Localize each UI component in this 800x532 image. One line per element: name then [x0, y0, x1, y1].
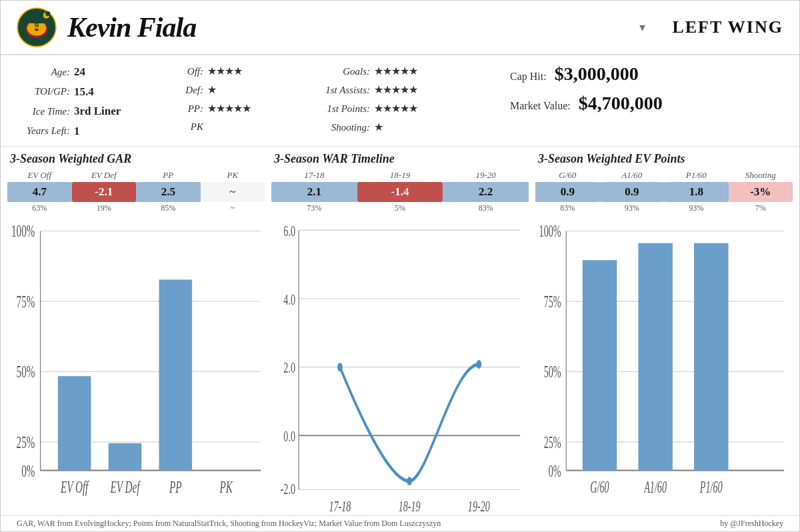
ev-g60-pct: 83% [560, 203, 575, 213]
svg-point-42 [407, 477, 412, 485]
svg-text:P1/60: P1/60 [699, 478, 722, 496]
svg-text:0.0: 0.0 [283, 427, 295, 444]
player-name: Kevin Fiala [67, 11, 639, 43]
pp-label: PP: [150, 101, 203, 117]
team-logo [17, 7, 57, 47]
svg-text:75%: 75% [544, 293, 561, 311]
ev-chart-svg: 100% 75% 50% 25% 0% G/60 A1/60 P1/60 [535, 216, 793, 515]
gar-chart-title: 3-Season Weighted GAR [7, 152, 265, 166]
svg-text:18-19: 18-19 [399, 497, 421, 514]
shooting-row: Shooting: ★ [303, 119, 497, 135]
war-chart-svg: 6.0 4.0 2.0 0.0 -2.0 [271, 216, 529, 515]
ice-time-row: Ice Time: 3rd Liner [17, 103, 150, 120]
ev-p160-pct: 93% [689, 203, 703, 213]
goals-row: Goals: ★★★★★ [303, 63, 497, 79]
svg-rect-24 [109, 443, 142, 471]
gar-pp-col: PP 2.5 85% [136, 170, 201, 213]
svg-point-11 [45, 11, 50, 16]
ev-p160-value: 1.8 [664, 182, 729, 202]
svg-text:G/60: G/60 [590, 478, 609, 496]
score-stats-col: Goals: ★★★★★ 1st Assists: ★★★★★ 1st Poin… [303, 63, 497, 139]
svg-text:100%: 100% [11, 223, 35, 241]
svg-text:19-20: 19-20 [468, 497, 490, 514]
gar-pk-pct: ~ [231, 203, 235, 213]
charts-section: 3-Season Weighted GAR EV Off 4.7 63% EV … [1, 147, 799, 515]
war-line-chart: 6.0 4.0 2.0 0.0 -2.0 [271, 216, 529, 515]
points-label: 1st Points: [303, 101, 370, 117]
ice-time-label: Ice Time: [17, 104, 70, 119]
svg-text:EV Off: EV Off [60, 479, 90, 497]
war-1920-value: 2.2 [443, 182, 529, 202]
svg-text:25%: 25% [17, 433, 35, 451]
war-1718-value: 2.1 [271, 182, 357, 202]
toi-row: TOI/GP: 15.4 [17, 83, 150, 101]
off-row: Off: ★★★★ [150, 63, 303, 79]
years-left-value: 1 [74, 123, 80, 140]
shooting-label: Shooting: [303, 120, 370, 135]
war-1718-col: 17-18 2.1 73% [271, 170, 357, 213]
gar-evdef-value: -2.1 [72, 182, 137, 202]
market-value-label: Market Value: [510, 100, 571, 112]
svg-point-41 [337, 363, 343, 371]
svg-text:0%: 0% [549, 462, 561, 480]
svg-text:PP: PP [169, 479, 181, 497]
ev-p160-header: P1/60 [686, 170, 707, 181]
age-label: Age: [17, 65, 70, 80]
footer-source: GAR, WAR from EvolvingHockey; Points fro… [17, 519, 441, 529]
footer: GAR, WAR from EvolvingHockey; Points fro… [1, 515, 799, 531]
ev-a160-header: A1/60 [621, 170, 642, 181]
toi-label: TOI/GP: [17, 84, 70, 99]
page: Kevin Fiala ▾ LEFT WING Age: 24 TOI/GP: … [0, 0, 800, 532]
svg-text:75%: 75% [17, 293, 35, 311]
pk-label: PK [150, 119, 203, 135]
war-1920-pct: 83% [479, 203, 493, 213]
war-1819-pct: 5% [395, 203, 405, 213]
war-1819-col: 18-19 -1.4 5% [357, 170, 443, 213]
war-1920-col: 19-20 2.2 83% [443, 170, 529, 213]
svg-text:100%: 100% [539, 222, 561, 240]
svg-rect-59 [638, 243, 672, 471]
ev-p160-col: P1/60 1.8 93% [664, 170, 729, 213]
gar-evoff-col: EV Off 4.7 63% [7, 170, 72, 213]
war-chart-title: 3-Season WAR Timeline [271, 152, 529, 166]
svg-point-6 [35, 29, 39, 31]
gar-pk-header: PK [227, 170, 238, 181]
years-left-label: Years Left: [17, 123, 70, 139]
svg-text:PK: PK [219, 479, 233, 497]
svg-text:A1/60: A1/60 [643, 478, 667, 496]
war-1718-pct: 73% [307, 203, 321, 213]
svg-rect-25 [159, 279, 192, 470]
ev-g60-value: 0.9 [535, 182, 600, 202]
war-1920-header: 19-20 [476, 170, 496, 181]
svg-text:50%: 50% [544, 363, 561, 381]
assists-label: 1st Assists: [303, 83, 370, 98]
cap-hit-label: Cap Hit: [510, 71, 547, 83]
gar-chart-panel: 3-Season Weighted GAR EV Off 4.7 63% EV … [7, 152, 265, 515]
pp-row: PP: ★★★★★ [150, 101, 303, 117]
svg-rect-23 [58, 376, 91, 470]
gar-pp-value: 2.5 [136, 182, 201, 202]
war-data-table: 17-18 2.1 73% 18-19 -1.4 5% 19-20 2.2 83… [271, 170, 529, 213]
years-left-row: Years Left: 1 [17, 123, 150, 140]
svg-text:0%: 0% [21, 462, 35, 480]
toi-value: 15.4 [74, 83, 94, 101]
gar-chart-svg: 100% 75% 50% 25% 0% EV Off EV Def PP [7, 216, 265, 515]
ev-data-table: G/60 0.9 83% A1/60 0.9 93% P1/60 1.8 93%… [535, 170, 793, 213]
ice-time-value: 3rd Liner [74, 103, 121, 120]
ev-shooting-value: -3% [729, 182, 793, 202]
pk-row: PK [150, 119, 303, 135]
position-label: LEFT WING [672, 17, 783, 37]
basic-stats-col: Age: 24 TOI/GP: 15.4 Ice Time: 3rd Liner… [17, 63, 150, 139]
svg-text:17-18: 17-18 [329, 497, 351, 514]
svg-rect-60 [694, 243, 728, 471]
ev-g60-header: G/60 [559, 170, 576, 181]
ev-chart-title: 3-Season Weighted EV Points [535, 152, 793, 166]
off-stars: ★★★★ [207, 63, 242, 79]
pp-stars: ★★★★★ [207, 101, 251, 117]
dropdown-arrow[interactable]: ▾ [639, 20, 645, 35]
gar-bar-chart: 100% 75% 50% 25% 0% EV Off EV Def PP [7, 216, 265, 515]
assists-row: 1st Assists: ★★★★★ [303, 82, 497, 98]
goals-stars: ★★★★★ [374, 63, 417, 79]
svg-text:EV Def: EV Def [110, 479, 141, 497]
gar-evdef-pct: 19% [97, 203, 111, 213]
